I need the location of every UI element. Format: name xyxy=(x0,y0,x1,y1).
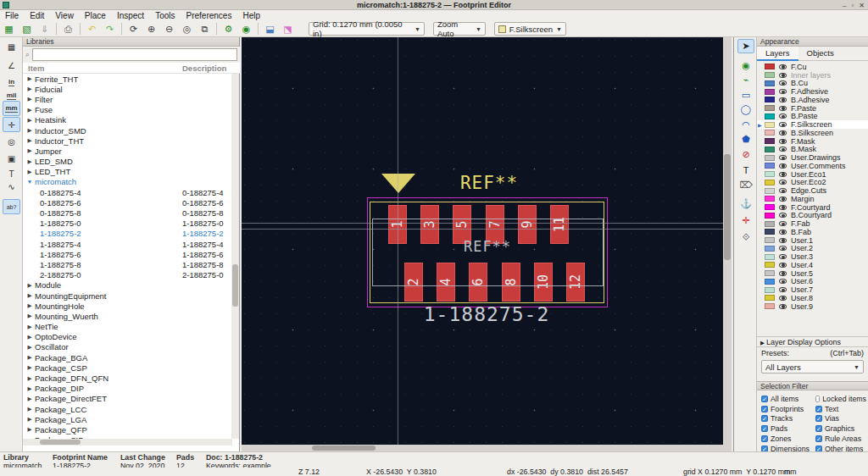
layer-row[interactable]: ▶ F.Paste xyxy=(757,104,868,113)
canvas[interactable]: 135791124681012 REF** REF** 1-188275-2 xyxy=(242,37,732,451)
layer-row[interactable]: ▶ User.Eco2 xyxy=(757,179,868,187)
draw-rectangle-tool-icon[interactable]: ▭ xyxy=(737,88,754,102)
new-footprint-icon[interactable]: ▦ xyxy=(2,22,16,36)
add-text-tool-icon[interactable]: T xyxy=(737,163,754,177)
layer-visibility-eye-icon[interactable] xyxy=(779,73,787,78)
layer-color-swatch[interactable] xyxy=(765,295,775,301)
anchor-tool-icon[interactable]: ⚓ xyxy=(737,196,754,211)
save-icon[interactable]: ⇓ xyxy=(37,22,52,36)
layer-color-swatch[interactable] xyxy=(765,171,775,177)
layer-visibility-eye-icon[interactable] xyxy=(779,238,787,243)
library-tree-row[interactable]: ▼ micromatch xyxy=(23,177,232,187)
layer-row[interactable]: ▶ B.Mask xyxy=(757,146,868,154)
checkbox[interactable]: ✓ xyxy=(815,415,822,422)
grid-visibility-icon[interactable]: ▦ xyxy=(3,39,20,54)
checkbox[interactable]: ✓ xyxy=(761,396,768,402)
layer-row[interactable]: ▶ User.7 xyxy=(757,285,868,294)
layer-color-swatch[interactable] xyxy=(765,262,775,268)
selection-filter-item[interactable]: Locked items xyxy=(815,394,866,404)
zoom-fit-icon[interactable]: ◎ xyxy=(180,22,194,36)
library-tree-row[interactable]: ▶ Package_CSP xyxy=(23,363,232,373)
load-from-board-icon[interactable]: ⬓ xyxy=(263,22,277,36)
layer-row[interactable]: ▶ B.Silkscreen xyxy=(757,129,868,137)
checkbox[interactable]: ✓ xyxy=(815,435,822,442)
menu-item[interactable]: Inspect xyxy=(117,11,144,20)
add-pad-tool-icon[interactable]: ◉ xyxy=(737,58,754,73)
close-button[interactable]: ✕ xyxy=(859,2,865,9)
layer-row[interactable]: ▶ User.Drawings xyxy=(757,153,868,162)
selection-filter-item[interactable]: ✓ Pads xyxy=(761,423,815,434)
layer-visibility-eye-icon[interactable] xyxy=(779,246,787,251)
zoom-in-icon[interactable]: ⊕ xyxy=(144,22,159,36)
layer-color-swatch[interactable] xyxy=(765,254,775,260)
layer-color-swatch[interactable] xyxy=(765,64,775,69)
layer-color-swatch[interactable] xyxy=(765,229,775,235)
layer-visibility-eye-icon[interactable] xyxy=(779,230,787,235)
layer-visibility-eye-icon[interactable] xyxy=(779,113,787,119)
library-tree-row[interactable]: ▶ MountingHole xyxy=(23,301,232,311)
layer-color-swatch[interactable] xyxy=(765,287,775,293)
layer-visibility-eye-icon[interactable] xyxy=(779,172,787,177)
zoom-selection-icon[interactable]: ⧉ xyxy=(198,22,212,36)
footprint-outline-mode-icon[interactable]: ▣ xyxy=(3,151,20,166)
layer-color-swatch[interactable] xyxy=(765,204,775,210)
tree-expand-icon[interactable]: ▶ xyxy=(25,396,34,402)
measure-tool-icon[interactable]: ⟐ xyxy=(737,230,754,245)
layer-row[interactable]: ▶ User.2 xyxy=(757,245,868,253)
layer-row[interactable]: ▶ F.Cu xyxy=(757,63,868,71)
library-tree-row[interactable]: ▶ Fuse xyxy=(23,105,232,115)
tree-expand-icon[interactable]: ▶ xyxy=(25,117,34,124)
layer-visibility-eye-icon[interactable] xyxy=(779,139,787,144)
layer-row[interactable]: ▶ B.Courtyard xyxy=(757,212,868,220)
units-mm-icon[interactable]: mm xyxy=(3,101,20,116)
layer-visibility-eye-icon[interactable] xyxy=(779,180,787,185)
layer-visibility-eye-icon[interactable] xyxy=(779,263,787,268)
layer-visibility-eye-icon[interactable] xyxy=(779,213,787,218)
layer-row[interactable]: ▶ User.8 xyxy=(757,294,868,302)
layer-visibility-eye-icon[interactable] xyxy=(779,130,787,136)
layer-color-swatch[interactable] xyxy=(765,163,775,169)
tree-expand-icon[interactable]: ▶ xyxy=(25,158,34,165)
layer-visibility-eye-icon[interactable] xyxy=(779,188,787,193)
draw-polygon-tool-icon[interactable]: ⬟ xyxy=(737,132,754,147)
rule-area-tool-icon[interactable]: ⊘ xyxy=(737,147,754,162)
tree-expand-icon[interactable]: ▶ xyxy=(25,75,34,82)
library-tree-row[interactable]: 1-188275-2 1-188275-2 xyxy=(23,229,232,239)
layer-row[interactable]: ▶ User.9 xyxy=(757,302,868,311)
layer-color-swatch[interactable] xyxy=(765,221,775,227)
layer-visibility-eye-icon[interactable] xyxy=(779,271,787,276)
minimize-button[interactable]: – xyxy=(843,2,846,9)
tree-expand-icon[interactable]: ▶ xyxy=(25,292,34,299)
graphics-outline-mode-icon[interactable]: ∿ xyxy=(3,179,20,194)
library-tree-row[interactable]: 1-188275-4 1-188275-4 xyxy=(23,239,232,249)
menu-item[interactable]: Help xyxy=(242,11,260,20)
library-tree-row[interactable]: ▶ Package_DirectFET xyxy=(23,394,232,404)
selection-filter-item[interactable]: ✓ Zones xyxy=(761,434,815,444)
library-tree-row[interactable]: ▶ NetTie xyxy=(23,322,232,332)
layer-color-swatch[interactable] xyxy=(765,113,775,119)
menu-item[interactable]: Place xyxy=(85,11,106,20)
layer-row[interactable]: ▶ User.Eco1 xyxy=(757,170,868,179)
layer-color-swatch[interactable] xyxy=(765,89,775,95)
tree-expand-icon[interactable]: ▶ xyxy=(25,169,34,175)
checkbox[interactable]: ✓ xyxy=(761,406,768,412)
checkbox[interactable]: ✓ xyxy=(761,415,768,422)
draw-arc-tool-icon[interactable]: ◠ xyxy=(737,118,754,132)
layer-row[interactable]: ▶ F.Courtyard xyxy=(757,203,868,212)
tree-expand-icon[interactable]: ▶ xyxy=(25,385,34,392)
layer-visibility-eye-icon[interactable] xyxy=(779,155,787,160)
layer-visibility-eye-icon[interactable] xyxy=(779,163,787,169)
library-tree-row[interactable]: 2-188275-0 2-188275-0 xyxy=(23,270,232,280)
layer-color-swatch[interactable] xyxy=(765,122,775,128)
reference-text-silkscreen[interactable]: REF** xyxy=(460,173,518,193)
menu-item[interactable]: Tools xyxy=(155,11,175,20)
layer-visibility-eye-icon[interactable] xyxy=(779,221,787,226)
new-footprint-wizard-icon[interactable]: ▧ xyxy=(19,22,34,36)
layer-color-swatch[interactable] xyxy=(765,246,775,252)
tree-expand-icon[interactable]: ▶ xyxy=(25,86,34,92)
library-tree-row[interactable]: 1-188275-6 1-188275-6 xyxy=(23,249,232,259)
library-tree-row[interactable]: 1-188275-0 1-188275-0 xyxy=(23,219,232,229)
library-tree-row[interactable]: ▶ Ferrite_THT xyxy=(23,74,232,84)
library-tree-row[interactable]: ▶ LED_THT xyxy=(23,167,232,177)
library-tree-row[interactable]: ▶ OptoDevice xyxy=(23,332,232,342)
